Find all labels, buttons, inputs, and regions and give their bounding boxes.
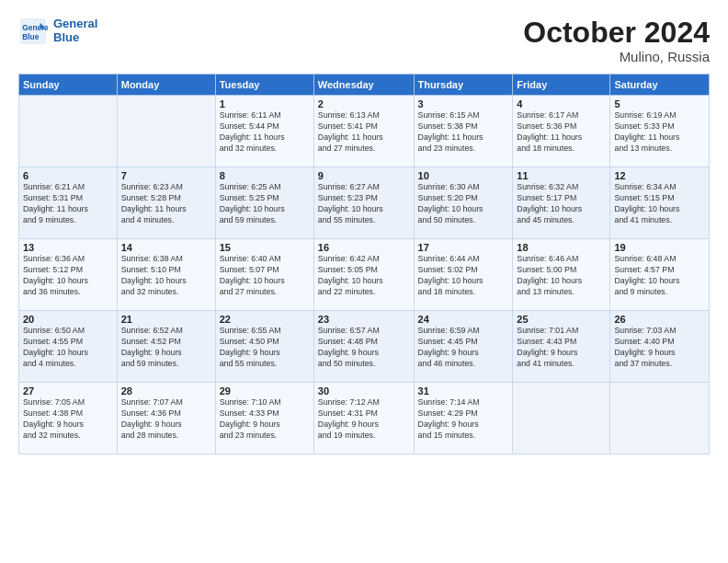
calendar-cell: 1Sunrise: 6:11 AM Sunset: 5:44 PM Daylig… xyxy=(215,96,313,167)
calendar-cell: 3Sunrise: 6:15 AM Sunset: 5:38 PM Daylig… xyxy=(414,96,513,167)
day-number: 31 xyxy=(418,385,509,396)
day-header: Thursday xyxy=(414,75,513,96)
month-title: October 2024 xyxy=(523,17,710,49)
day-number: 2 xyxy=(318,98,410,109)
day-number: 4 xyxy=(517,98,606,109)
day-header: Saturday xyxy=(610,75,710,96)
calendar-cell: 4Sunrise: 6:17 AM Sunset: 5:36 PM Daylig… xyxy=(513,96,610,167)
day-info: Sunrise: 6:59 AM Sunset: 4:45 PM Dayligh… xyxy=(418,326,509,370)
day-info: Sunrise: 6:23 AM Sunset: 5:28 PM Dayligh… xyxy=(121,182,211,226)
day-info: Sunrise: 6:40 AM Sunset: 5:07 PM Dayligh… xyxy=(220,254,310,298)
calendar-cell: 5Sunrise: 6:19 AM Sunset: 5:33 PM Daylig… xyxy=(610,96,710,167)
calendar-week-row: 1Sunrise: 6:11 AM Sunset: 5:44 PM Daylig… xyxy=(19,96,710,167)
day-info: Sunrise: 6:36 AM Sunset: 5:12 PM Dayligh… xyxy=(23,254,113,298)
day-info: Sunrise: 6:46 AM Sunset: 5:00 PM Dayligh… xyxy=(517,254,606,298)
day-number: 30 xyxy=(318,385,410,396)
calendar-cell: 29Sunrise: 7:10 AM Sunset: 4:33 PM Dayli… xyxy=(215,383,313,454)
header: General Blue General Blue October 2024 M… xyxy=(18,17,710,64)
header-row: SundayMondayTuesdayWednesdayThursdayFrid… xyxy=(19,75,710,96)
calendar-cell: 25Sunrise: 7:01 AM Sunset: 4:43 PM Dayli… xyxy=(513,311,610,383)
calendar-cell: 11Sunrise: 6:32 AM Sunset: 5:17 PM Dayli… xyxy=(513,167,610,239)
day-number: 26 xyxy=(614,314,705,325)
day-number: 14 xyxy=(121,242,211,253)
logo-icon: General Blue xyxy=(18,17,48,46)
logo-line1: General xyxy=(53,17,97,31)
calendar-week-row: 20Sunrise: 6:50 AM Sunset: 4:55 PM Dayli… xyxy=(19,311,710,383)
calendar-cell: 27Sunrise: 7:05 AM Sunset: 4:38 PM Dayli… xyxy=(19,383,118,454)
day-info: Sunrise: 6:21 AM Sunset: 5:31 PM Dayligh… xyxy=(23,182,113,226)
calendar-cell: 23Sunrise: 6:57 AM Sunset: 4:48 PM Dayli… xyxy=(313,311,414,383)
day-number: 8 xyxy=(220,170,310,181)
day-info: Sunrise: 7:05 AM Sunset: 4:38 PM Dayligh… xyxy=(23,397,113,442)
calendar-cell: 6Sunrise: 6:21 AM Sunset: 5:31 PM Daylig… xyxy=(19,167,118,239)
day-number: 15 xyxy=(220,242,310,253)
calendar-cell: 18Sunrise: 6:46 AM Sunset: 5:00 PM Dayli… xyxy=(513,239,610,311)
calendar-cell: 2Sunrise: 6:13 AM Sunset: 5:41 PM Daylig… xyxy=(313,96,414,167)
calendar-cell: 7Sunrise: 6:23 AM Sunset: 5:28 PM Daylig… xyxy=(117,167,215,239)
day-number: 9 xyxy=(318,170,410,181)
calendar-cell: 16Sunrise: 6:42 AM Sunset: 5:05 PM Dayli… xyxy=(313,239,414,311)
day-number: 13 xyxy=(23,242,113,253)
day-number: 16 xyxy=(318,242,410,253)
day-number: 12 xyxy=(614,170,705,181)
calendar-cell: 21Sunrise: 6:52 AM Sunset: 4:52 PM Dayli… xyxy=(117,311,215,383)
day-header: Wednesday xyxy=(313,75,414,96)
calendar-week-row: 13Sunrise: 6:36 AM Sunset: 5:12 PM Dayli… xyxy=(19,239,710,311)
calendar-cell: 15Sunrise: 6:40 AM Sunset: 5:07 PM Dayli… xyxy=(215,239,313,311)
day-number: 19 xyxy=(614,242,705,253)
calendar-cell: 8Sunrise: 6:25 AM Sunset: 5:25 PM Daylig… xyxy=(215,167,313,239)
day-info: Sunrise: 6:19 AM Sunset: 5:33 PM Dayligh… xyxy=(614,110,705,155)
day-info: Sunrise: 7:01 AM Sunset: 4:43 PM Dayligh… xyxy=(517,326,606,370)
day-info: Sunrise: 6:52 AM Sunset: 4:52 PM Dayligh… xyxy=(121,326,211,370)
calendar-page: General Blue General Blue October 2024 M… xyxy=(0,0,728,563)
calendar-cell: 24Sunrise: 6:59 AM Sunset: 4:45 PM Dayli… xyxy=(414,311,513,383)
day-info: Sunrise: 6:38 AM Sunset: 5:10 PM Dayligh… xyxy=(121,254,211,298)
calendar-cell: 30Sunrise: 7:12 AM Sunset: 4:31 PM Dayli… xyxy=(313,383,414,454)
calendar-cell: 10Sunrise: 6:30 AM Sunset: 5:20 PM Dayli… xyxy=(414,167,513,239)
day-info: Sunrise: 6:25 AM Sunset: 5:25 PM Dayligh… xyxy=(220,182,310,226)
calendar-cell: 28Sunrise: 7:07 AM Sunset: 4:36 PM Dayli… xyxy=(117,383,215,454)
calendar-cell: 19Sunrise: 6:48 AM Sunset: 4:57 PM Dayli… xyxy=(610,239,710,311)
day-number: 1 xyxy=(220,98,310,109)
day-info: Sunrise: 7:14 AM Sunset: 4:29 PM Dayligh… xyxy=(418,397,509,442)
day-info: Sunrise: 6:15 AM Sunset: 5:38 PM Dayligh… xyxy=(418,110,509,155)
day-header: Tuesday xyxy=(215,75,313,96)
calendar-week-row: 6Sunrise: 6:21 AM Sunset: 5:31 PM Daylig… xyxy=(19,167,710,239)
day-info: Sunrise: 6:30 AM Sunset: 5:20 PM Dayligh… xyxy=(418,182,509,226)
day-number: 11 xyxy=(517,170,606,181)
calendar-table: SundayMondayTuesdayWednesdayThursdayFrid… xyxy=(18,74,710,454)
day-number: 28 xyxy=(121,385,211,396)
day-info: Sunrise: 6:55 AM Sunset: 4:50 PM Dayligh… xyxy=(220,326,310,370)
day-info: Sunrise: 6:57 AM Sunset: 4:48 PM Dayligh… xyxy=(318,326,410,370)
calendar-cell: 13Sunrise: 6:36 AM Sunset: 5:12 PM Dayli… xyxy=(19,239,118,311)
day-number: 5 xyxy=(614,98,705,109)
calendar-cell xyxy=(513,383,610,454)
logo: General Blue General Blue xyxy=(18,17,97,46)
day-number: 27 xyxy=(23,385,113,396)
day-info: Sunrise: 7:07 AM Sunset: 4:36 PM Dayligh… xyxy=(121,397,211,442)
day-info: Sunrise: 6:50 AM Sunset: 4:55 PM Dayligh… xyxy=(23,326,113,370)
day-info: Sunrise: 6:27 AM Sunset: 5:23 PM Dayligh… xyxy=(318,182,410,226)
day-number: 7 xyxy=(121,170,211,181)
day-number: 10 xyxy=(418,170,509,181)
day-number: 23 xyxy=(318,314,410,325)
day-info: Sunrise: 7:12 AM Sunset: 4:31 PM Dayligh… xyxy=(318,397,410,442)
day-info: Sunrise: 6:32 AM Sunset: 5:17 PM Dayligh… xyxy=(517,182,606,226)
logo-line2: Blue xyxy=(53,31,97,45)
day-header: Monday xyxy=(117,75,215,96)
calendar-cell xyxy=(19,96,118,167)
calendar-cell: 20Sunrise: 6:50 AM Sunset: 4:55 PM Dayli… xyxy=(19,311,118,383)
day-number: 21 xyxy=(121,314,211,325)
day-number: 25 xyxy=(517,314,606,325)
calendar-cell: 31Sunrise: 7:14 AM Sunset: 4:29 PM Dayli… xyxy=(414,383,513,454)
calendar-cell: 22Sunrise: 6:55 AM Sunset: 4:50 PM Dayli… xyxy=(215,311,313,383)
location: Mulino, Russia xyxy=(523,49,710,64)
calendar-cell xyxy=(610,383,710,454)
calendar-week-row: 27Sunrise: 7:05 AM Sunset: 4:38 PM Dayli… xyxy=(19,383,710,454)
day-info: Sunrise: 6:42 AM Sunset: 5:05 PM Dayligh… xyxy=(318,254,410,298)
day-info: Sunrise: 6:17 AM Sunset: 5:36 PM Dayligh… xyxy=(517,110,606,155)
day-number: 24 xyxy=(418,314,509,325)
title-block: October 2024 Mulino, Russia xyxy=(523,17,710,64)
day-number: 20 xyxy=(23,314,113,325)
calendar-cell: 12Sunrise: 6:34 AM Sunset: 5:15 PM Dayli… xyxy=(610,167,710,239)
